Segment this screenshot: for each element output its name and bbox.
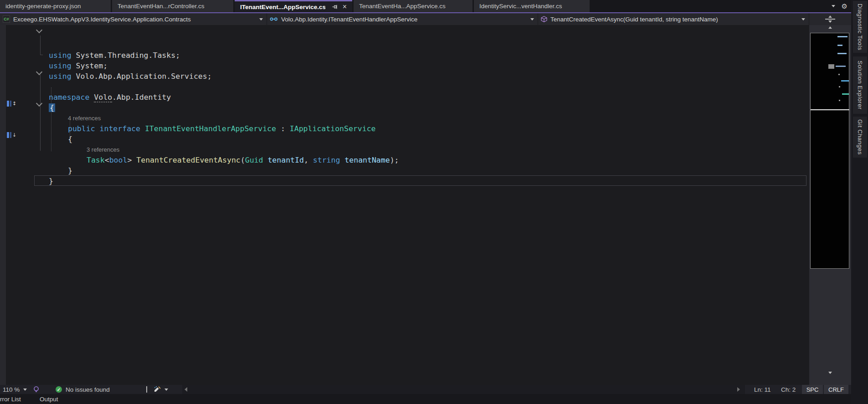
scrollbar-map[interactable] [809, 13, 851, 385]
tab-label: IdentityServic...ventHandler.cs [479, 3, 562, 10]
tab-label: TenantEventHa...AppService.cs [359, 3, 446, 10]
current-line-highlight [34, 175, 806, 186]
code-line: Task<bool> TenantCreatedEventAsync(Guid … [87, 155, 399, 165]
code-line: using Volo.Abp.Application.Services; [49, 71, 212, 82]
code-line: public interface ITenantEventHandlerAppS… [68, 123, 376, 134]
breadcrumb-dropdown[interactable]: Volo.Abp.Identity.ITenantEventHandlerApp… [267, 13, 538, 25]
breadcrumb-dropdown[interactable]: TenantCreatedEventAsync(Guid tenantId, s… [538, 13, 809, 25]
editor-settings-gear-icon[interactable]: ⚙ [842, 2, 847, 10]
tab-label: identity-generate-proxy.json [5, 3, 81, 10]
issues-status-label: No issues found [66, 386, 110, 393]
document-tab[interactable]: identity-generate-proxy.json [0, 0, 111, 12]
breadcrumb-dropdown[interactable]: C#Exceego.EHSWatch.AppV3.IdentityService… [0, 13, 267, 25]
hscroll-right-arrow-icon[interactable] [737, 385, 740, 394]
zoom-level: 110 % [3, 386, 20, 393]
horizontal-scrollbar[interactable] [182, 385, 745, 394]
selection-margin [0, 25, 6, 385]
chevron-down-icon [801, 18, 805, 20]
scroll-up-arrow-icon[interactable] [809, 26, 851, 29]
tabbar-actions: ⚙ [832, 0, 847, 12]
breadcrumb-label: TenantCreatedEventAsync(Guid tenantId, s… [550, 16, 798, 23]
method-cube-icon [541, 16, 547, 22]
column-indicator: Ch: 2 [781, 385, 796, 394]
minimap-mark [837, 53, 847, 54]
panel-tab-output[interactable]: Output [40, 394, 58, 404]
minimap-mark [837, 45, 842, 46]
document-tab[interactable]: IdentityServic...ventHandler.cs [474, 0, 590, 12]
code-editor[interactable]: using System.Threading.Tasks;using Syste… [0, 25, 809, 385]
document-tab-active[interactable]: ITenantEvent...AppService.cs× [235, 0, 352, 12]
bottom-panel-tabs: Error ListOutput [0, 394, 851, 404]
tab-label: TenantEventHan...rController.cs [118, 3, 205, 10]
tab-strip: identity-generate-proxy.jsonTenantEventH… [0, 0, 851, 12]
minimap-caret-line [811, 109, 849, 110]
minimap-mark [828, 64, 834, 69]
line-indicator: Ln: 11 [754, 385, 771, 394]
status-separator [146, 386, 147, 393]
codelens-references[interactable]: 4 references [68, 113, 101, 123]
inheritance-margin-icon[interactable]: ↓ [7, 132, 19, 138]
document-tab[interactable]: TenantEventHa...AppService.cs [354, 0, 473, 12]
code-line: { [49, 102, 55, 113]
csharp-project-icon: C# [3, 15, 10, 23]
minimap-mark [839, 100, 840, 101]
breadcrumb-bar: C#Exceego.EHSWatch.AppV3.IdentityService… [0, 13, 809, 25]
minimap-mark [837, 36, 847, 37]
panel-tab-error-list[interactable]: Error List [0, 394, 21, 404]
code-line: { [68, 134, 72, 144]
zoom-control[interactable]: 110 % [3, 385, 27, 394]
side-tab-solution-explorer[interactable]: Solution Explorer [853, 56, 867, 114]
chevron-down-icon [259, 18, 263, 20]
fold-chevron-icon[interactable] [36, 69, 42, 75]
fold-chevron-icon[interactable] [36, 100, 42, 107]
tab-label: ITenantEvent...AppService.cs [240, 4, 325, 10]
minimap-mark [842, 93, 849, 95]
suggestion-icon[interactable] [33, 385, 40, 394]
side-tab-strip: Diagnostic ToolsSolution ExplorerGit Cha… [851, 0, 868, 404]
issues-status[interactable]: ✓ No issues found [56, 385, 110, 394]
editor-status-bar: 110 % ✓ No issues found Ln: 11 Ch: 2 SPC… [0, 385, 851, 394]
indent-guide [40, 74, 41, 151]
minimap-mark [838, 74, 840, 75]
fold-chevron-icon[interactable] [36, 27, 42, 33]
type-link-icon [270, 16, 278, 22]
space-indicator[interactable]: SPC [802, 385, 823, 394]
code-line: namespace Volo.Abp.Identity [49, 92, 171, 102]
document-tab[interactable]: TenantEventHan...rController.cs [112, 0, 233, 12]
vs-window: identity-generate-proxy.jsonTenantEventH… [0, 0, 868, 404]
codelens-references[interactable]: 3 references [87, 144, 119, 155]
line-ending-indicator[interactable]: CRLF [824, 385, 848, 394]
minimap-mark [839, 86, 840, 87]
pin-icon[interactable] [332, 4, 338, 10]
side-tab-git-changes[interactable]: Git Changes [853, 117, 867, 158]
code-line: } [68, 165, 72, 176]
indent-guide [40, 36, 41, 55]
hscroll-left-arrow-icon[interactable] [185, 385, 187, 394]
scroll-down-arrow-icon[interactable] [809, 372, 851, 374]
indent-guide [40, 55, 43, 55]
code-line: using System; [49, 61, 108, 71]
inheritance-margin-icon[interactable]: ↕ [7, 100, 19, 107]
minimap-mark [841, 80, 849, 82]
editor-split-handle-icon[interactable] [825, 15, 835, 23]
breadcrumb-label: Exceego.EHSWatch.AppV3.IdentityService.A… [13, 16, 256, 23]
code-line: using System.Threading.Tasks; [49, 50, 180, 61]
close-icon[interactable]: × [343, 4, 347, 10]
code-cleanup-control[interactable] [153, 385, 168, 394]
issues-check-icon: ✓ [56, 386, 62, 393]
breadcrumb-label: Volo.Abp.Identity.ITenantEventHandlerApp… [281, 16, 527, 23]
chevron-down-icon [530, 18, 534, 20]
split-handle-area [809, 13, 851, 25]
side-tab-diagnostic-tools[interactable]: Diagnostic Tools [853, 1, 867, 53]
minimap-mark [836, 66, 846, 67]
tab-overflow-button[interactable] [832, 5, 835, 7]
code-line: } [49, 176, 53, 186]
code-cleanup-broom-icon [153, 386, 161, 393]
